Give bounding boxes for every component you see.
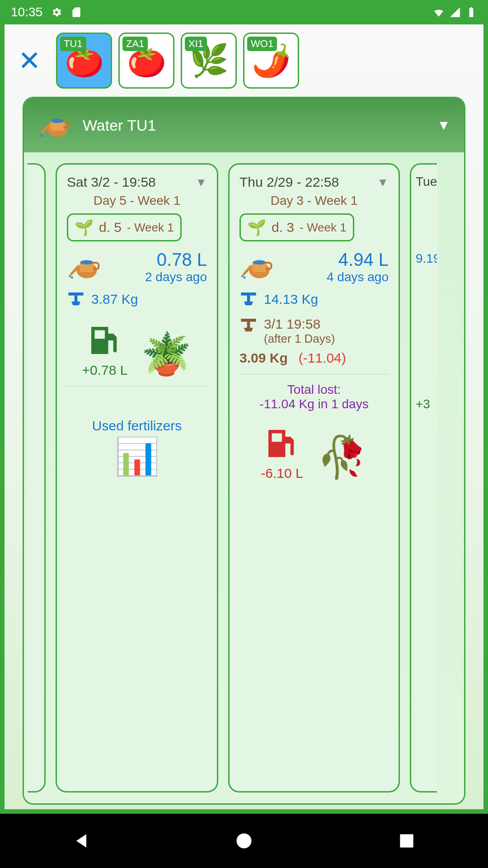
card-dayweek: Day 5 - Week 1	[67, 193, 207, 208]
svg-point-7	[80, 260, 94, 265]
water-liters: 4.94 L	[284, 250, 389, 270]
fertilizer-chart-icon[interactable]: 📊	[67, 435, 207, 478]
main-content: ✕ TU1 🍅 ZA1 🍅 XI1 🌿 WO1 🌶️	[5, 24, 483, 809]
scale-weight: 14.13 Kg	[264, 292, 318, 307]
scale2-date: 3/1 19:58	[264, 316, 335, 332]
plant-tab-xi1[interactable]: XI1 🌿	[181, 33, 237, 89]
scale-icon-brown	[239, 316, 258, 335]
back-icon[interactable]	[71, 831, 91, 851]
fuel-pot-row: +0.78 L 🪴	[67, 320, 207, 378]
happy-plant-pot-icon: 🪴	[141, 330, 192, 378]
svg-rect-11	[75, 296, 78, 302]
watering-can-icon	[239, 249, 276, 285]
water-row: 4.94 L 4 days ago	[239, 249, 389, 285]
plant-tabs-row: ✕ TU1 🍅 ZA1 🍅 XI1 🌿 WO1 🌶️	[5, 24, 483, 97]
battery-icon	[465, 6, 477, 18]
cards-container[interactable]: Sat 3/2 - 19:58 ▼ Day 5 - Week 1 🌱 d. 5 …	[24, 152, 464, 803]
recent-icon[interactable]	[397, 831, 417, 851]
card-peek-right[interactable]: Tue 9.19 +3	[410, 163, 437, 793]
card-date-row[interactable]: Sat 3/2 - 19:58 ▼	[67, 175, 207, 190]
weight-change-row: 3.09 Kg (-11.04)	[239, 350, 389, 366]
divider	[67, 386, 207, 387]
svg-point-9	[71, 277, 73, 279]
sprout-icon: 🌱	[75, 218, 94, 236]
sad-plant-pot-icon: 🥀	[317, 434, 367, 481]
sprout-day: d. 3	[272, 220, 294, 235]
card-date: Sat 3/2 - 19:58	[67, 175, 156, 190]
svg-point-17	[244, 277, 246, 279]
sprout-box: 🌱 d. 5 - Week 1	[67, 213, 182, 241]
water-ago: 2 days ago	[111, 270, 207, 284]
plant-tab-za1[interactable]: ZA1 🍅	[118, 33, 174, 89]
weight-kg: 3.09 Kg	[239, 350, 288, 366]
divider	[239, 374, 389, 374]
water-section: Water TU1 ▼ Sat 3/2 - 19:58 ▼ Day 5 - We…	[23, 97, 465, 805]
fuel-pump-icon	[84, 320, 125, 361]
sprout-day: d. 5	[99, 220, 122, 235]
status-time: 10:35	[11, 5, 42, 19]
chevron-down-icon[interactable]: ▼	[437, 118, 450, 133]
water-card-2[interactable]: Thu 2/29 - 22:58 ▼ Day 3 - Week 1 🌱 d. 3…	[228, 163, 400, 793]
svg-point-4	[42, 135, 44, 137]
svg-rect-19	[247, 296, 250, 302]
android-nav-bar	[0, 814, 488, 868]
water-row: 0.78 L 2 days ago	[67, 249, 207, 285]
sprout-week: - Week 1	[300, 221, 347, 235]
plant-tab-label: TU1	[60, 37, 86, 51]
card-peek-left[interactable]	[28, 163, 46, 793]
fuel-pump-icon	[262, 423, 302, 464]
water-ago: 4 days ago	[284, 270, 389, 284]
scale-icon	[239, 290, 258, 308]
scale2-after: (after 1 Days)	[264, 332, 335, 346]
svg-rect-18	[241, 292, 256, 296]
peek-plus: +3	[416, 397, 437, 411]
signal-icon	[449, 6, 461, 18]
section-header[interactable]: Water TU1 ▼	[24, 98, 464, 152]
svg-rect-22	[272, 434, 282, 442]
peek-value: 9.19	[416, 251, 437, 266]
close-button[interactable]: ✕	[18, 45, 41, 76]
settings-icon	[51, 6, 62, 18]
svg-point-15	[253, 260, 266, 265]
scale-icon	[67, 290, 85, 308]
scale-row: 14.13 Kg	[239, 290, 389, 308]
weight-delta: (-11.04)	[299, 350, 346, 366]
plant-tab-label: ZA1	[122, 37, 148, 51]
plant-tab-tu1[interactable]: TU1 🍅	[56, 33, 112, 89]
section-title: Water TU1	[83, 117, 156, 134]
used-fertilizers-label[interactable]: Used fertilizers	[67, 418, 207, 434]
sprout-week: - Week 1	[127, 221, 174, 235]
fuel-value: -6.10 L	[261, 466, 303, 481]
peek-date: Tue	[416, 175, 437, 189]
wifi-icon	[433, 6, 445, 18]
svg-point-8	[69, 275, 71, 277]
svg-point-16	[241, 275, 244, 277]
sd-card-icon	[70, 6, 82, 18]
plant-tab-wo1[interactable]: WO1 🌶️	[243, 33, 299, 89]
svg-rect-24	[400, 834, 413, 847]
water-card-1[interactable]: Sat 3/2 - 19:58 ▼ Day 5 - Week 1 🌱 d. 5 …	[56, 163, 218, 793]
svg-rect-20	[241, 319, 256, 322]
svg-rect-10	[68, 292, 83, 296]
watering-can-icon	[67, 249, 103, 285]
watering-can-icon	[38, 107, 74, 143]
card-date: Thu 2/29 - 22:58	[239, 175, 339, 190]
plant-tab-label: WO1	[247, 37, 277, 51]
water-liters: 0.78 L	[111, 250, 207, 270]
scale-row: 3.87 Kg	[67, 290, 207, 308]
sprout-icon: 🌱	[247, 218, 266, 236]
chevron-down-icon[interactable]: ▼	[377, 175, 389, 189]
home-icon[interactable]	[234, 831, 254, 851]
fuel-pot-row: -6.10 L 🥀	[239, 423, 389, 481]
chevron-down-icon[interactable]: ▼	[195, 175, 207, 189]
scale-weight: 3.87 Kg	[91, 292, 138, 307]
svg-point-3	[39, 133, 42, 136]
card-date-row[interactable]: Thu 2/29 - 22:58 ▼	[239, 175, 389, 190]
sprout-box: 🌱 d. 3 - Week 1	[239, 213, 354, 241]
scale2-row: 3/1 19:58 (after 1 Days)	[239, 316, 389, 346]
svg-point-23	[237, 834, 252, 849]
svg-rect-12	[95, 330, 105, 339]
card-dayweek: Day 3 - Week 1	[239, 193, 389, 208]
total-lost-label: Total lost:	[239, 382, 389, 397]
plant-tab-label: XI1	[185, 37, 207, 51]
